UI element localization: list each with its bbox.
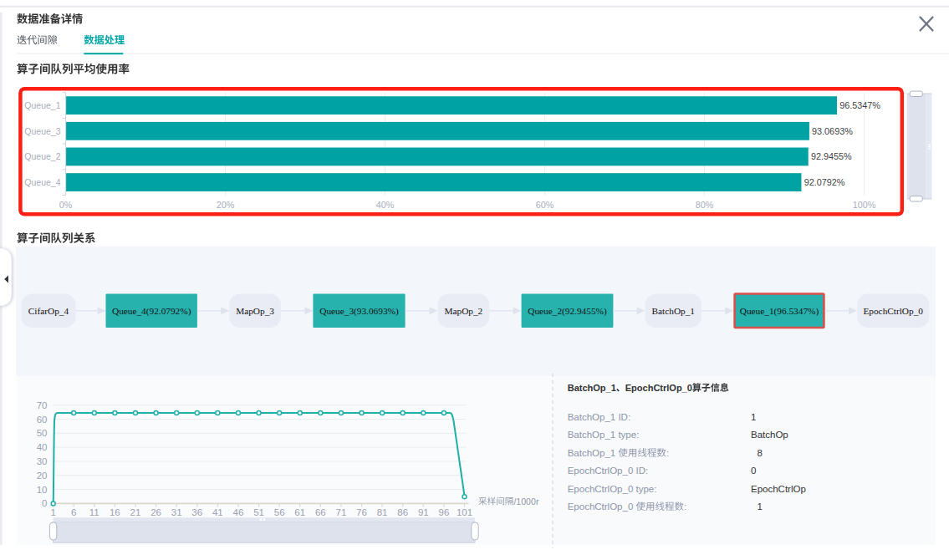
svg-text:26: 26 [151, 507, 161, 517]
svg-text:BatchOp_1 type:: BatchOp_1 type: [568, 430, 640, 440]
svg-text:100%: 100% [853, 200, 876, 210]
svg-text:60: 60 [37, 415, 48, 425]
svg-text:86: 86 [397, 507, 408, 517]
svg-text:40: 40 [37, 442, 48, 452]
svg-text:EpochCtrlOp_0: EpochCtrlOp_0 [568, 501, 634, 512]
svg-text:EpochCtrlOp_0: EpochCtrlOp_0 [863, 306, 923, 316]
svg-text:36: 36 [191, 507, 202, 517]
svg-text:70: 70 [37, 400, 48, 410]
svg-text:41: 41 [212, 507, 223, 517]
svg-text:BatchOp_1: BatchOp_1 [568, 448, 616, 458]
svg-text:Queue_4: Queue_4 [24, 177, 60, 187]
svg-text:1: 1 [751, 412, 756, 422]
svg-text:96: 96 [439, 507, 450, 517]
svg-text::: : [684, 501, 686, 512]
svg-text:11: 11 [89, 507, 99, 517]
svg-text:30: 30 [37, 456, 48, 466]
svg-text:EpochCtrlOp: EpochCtrlOp [751, 484, 806, 494]
svg-text:Queue_2(92.9455%): Queue_2(92.9455%) [528, 306, 607, 317]
svg-text:71: 71 [336, 507, 347, 517]
svg-text:1: 1 [758, 501, 763, 512]
svg-text:40%: 40% [376, 200, 395, 210]
svg-text:/1000r: /1000r [513, 496, 539, 507]
svg-text:10: 10 [37, 485, 48, 495]
svg-text:61: 61 [294, 507, 305, 517]
svg-text:1: 1 [50, 507, 55, 517]
svg-text:BatchOp_1 ID:: BatchOp_1 ID: [568, 412, 630, 422]
svg-text:Queue_3: Queue_3 [24, 126, 60, 136]
svg-text:EpochCtrlOp_0: EpochCtrlOp_0 [625, 383, 692, 393]
svg-text:46: 46 [233, 507, 244, 517]
svg-text:6: 6 [71, 507, 76, 517]
svg-text:20: 20 [37, 471, 48, 481]
svg-text:80%: 80% [696, 200, 714, 210]
svg-text:92.0792%: 92.0792% [804, 177, 845, 187]
svg-text:50: 50 [37, 428, 48, 438]
svg-text:101: 101 [457, 507, 472, 517]
svg-text:Queue_4(92.0792%): Queue_4(92.0792%) [112, 306, 191, 317]
svg-text:56: 56 [274, 507, 285, 517]
svg-text:31: 31 [171, 507, 182, 517]
svg-text:BatchOp_1: BatchOp_1 [652, 306, 695, 316]
svg-text:MapOp_3: MapOp_3 [236, 306, 274, 316]
svg-text:BatchOp_1: BatchOp_1 [568, 383, 616, 393]
svg-text:EpochCtrlOp_0 ID:: EpochCtrlOp_0 ID: [568, 466, 649, 476]
svg-text:Queue_2: Queue_2 [24, 151, 60, 161]
svg-text:EpochCtrlOp_0 type:: EpochCtrlOp_0 type: [568, 484, 657, 494]
svg-text:BatchOp: BatchOp [751, 430, 788, 440]
svg-text:Queue_3(93.0693%): Queue_3(93.0693%) [319, 306, 399, 317]
svg-text:8: 8 [758, 448, 763, 458]
svg-text:81: 81 [377, 507, 388, 517]
svg-text:93.0693%: 93.0693% [812, 126, 853, 136]
svg-text:Queue_1(96.5347%): Queue_1(96.5347%) [740, 306, 819, 317]
svg-text::: : [666, 448, 669, 458]
svg-text:Queue_1: Queue_1 [24, 100, 60, 110]
svg-text:91: 91 [418, 507, 429, 517]
svg-text:0: 0 [42, 498, 47, 508]
svg-text:20%: 20% [217, 200, 235, 210]
svg-text:60%: 60% [536, 200, 554, 210]
svg-text:66: 66 [315, 507, 326, 517]
svg-text:CifarOp_4: CifarOp_4 [28, 306, 69, 316]
svg-text:16: 16 [110, 507, 120, 517]
svg-text:92.9455%: 92.9455% [811, 151, 852, 161]
svg-text:21: 21 [130, 507, 141, 517]
svg-text:76: 76 [356, 507, 367, 517]
svg-text:MapOp_2: MapOp_2 [444, 306, 482, 316]
svg-text:51: 51 [253, 507, 264, 517]
svg-text:0%: 0% [59, 200, 73, 210]
svg-text:0: 0 [751, 466, 756, 476]
svg-text:96.5347%: 96.5347% [839, 100, 880, 110]
